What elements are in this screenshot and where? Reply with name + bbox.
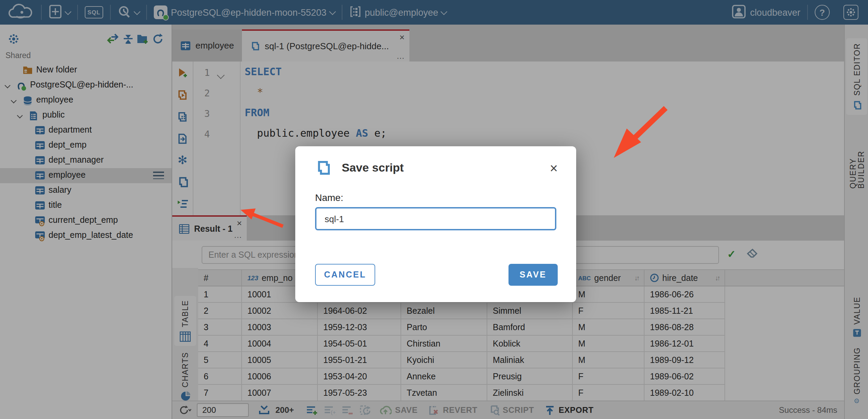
- save-script-dialog: Save script × Name: CANCEL SAVE: [295, 146, 576, 302]
- save-button[interactable]: SAVE: [508, 264, 558, 286]
- close-icon[interactable]: ×: [550, 161, 558, 175]
- cancel-button[interactable]: CANCEL: [315, 264, 375, 286]
- dialog-title: Save script: [342, 161, 404, 175]
- dialog-header: Save script ×: [315, 160, 558, 176]
- screenshot-stage: SQL PostgreSQL@ep-hidden-moon-55203: [0, 0, 868, 419]
- name-label: Name:: [315, 192, 343, 203]
- script-icon: [315, 160, 331, 176]
- cloudbeaver-app: SQL PostgreSQL@ep-hidden-moon-55203: [0, 0, 868, 419]
- script-name-input[interactable]: [315, 207, 556, 230]
